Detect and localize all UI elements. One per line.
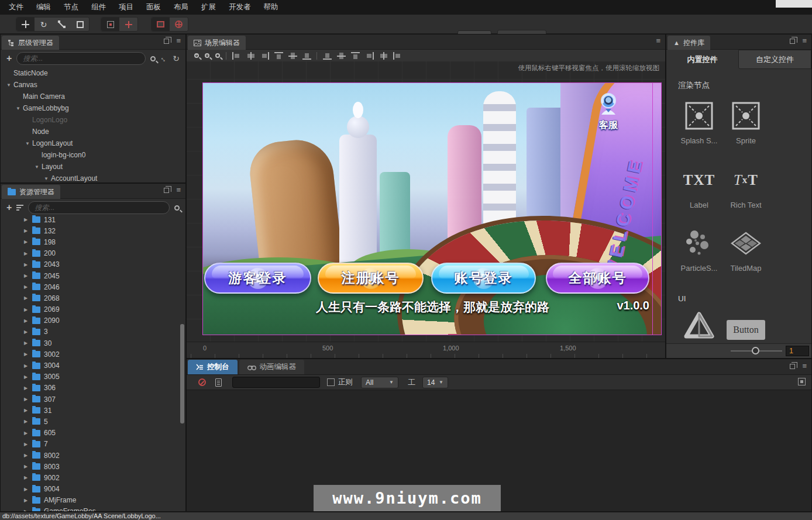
collapse-arrow-icon[interactable]: ▶ — [24, 307, 32, 312]
scene-tab[interactable]: 场景编辑器 — [188, 36, 246, 50]
collapse-arrow-icon[interactable]: ▶ — [24, 397, 32, 402]
tree-node-accountlayout[interactable]: ▼AccountLayout — [1, 173, 184, 182]
clear-console-icon[interactable] — [198, 378, 206, 386]
collapse-arrow-icon[interactable]: ▶ — [24, 385, 32, 391]
widget-button[interactable]: Button — [724, 314, 768, 346]
expand-arrow-icon[interactable]: ▼ — [32, 164, 42, 170]
all-accounts-button[interactable]: 全部账号 — [546, 263, 649, 294]
widget-zoom-value-input[interactable] — [786, 346, 809, 356]
collapse-arrow-icon[interactable]: ▶ — [24, 217, 32, 222]
expand-arrow-icon[interactable]: ▼ — [42, 176, 51, 181]
expand-arrow-icon[interactable]: ▼ — [13, 106, 23, 111]
collapse-arrow-icon[interactable]: ▶ — [24, 340, 32, 346]
console-filter-input[interactable] — [232, 377, 320, 388]
account-login-button[interactable]: 账号登录 — [431, 263, 536, 294]
collapse-arrow-icon[interactable]: ▶ — [24, 374, 32, 380]
collapse-arrow-icon[interactable]: ▶ — [24, 295, 32, 301]
tree-node-logonlogo[interactable]: LogonLogo — [1, 114, 184, 126]
folder-row[interactable]: ▶7 — [1, 439, 184, 450]
tree-node-staticnode[interactable]: StaticNode — [1, 67, 184, 79]
align-right-icon[interactable] — [260, 52, 269, 60]
game-scene-canvas[interactable]: WELCOME 客服 — [202, 82, 662, 335]
folder-row[interactable]: ▶9004 — [1, 484, 184, 495]
collapse-arrow-icon[interactable]: ▶ — [24, 431, 32, 436]
tree-node-main-camera[interactable]: Main Camera — [1, 91, 184, 102]
hierarchy-search-input[interactable] — [16, 52, 146, 65]
search-icon[interactable] — [174, 205, 180, 211]
folder-row[interactable]: ▶3002 — [1, 349, 184, 360]
folder-row[interactable]: ▶8003 — [1, 461, 184, 472]
assets-scrollbar[interactable] — [180, 324, 184, 423]
pivot-mode-button[interactable] — [101, 18, 119, 31]
add-asset-button[interactable]: + — [6, 202, 12, 213]
zoom-in-icon[interactable]: + — [194, 53, 199, 58]
folder-row[interactable]: ▶2090 — [1, 315, 184, 326]
align-vcenter-icon[interactable] — [246, 52, 255, 60]
slider-knob[interactable] — [752, 347, 759, 354]
tab-console[interactable]: 控制台 — [188, 360, 238, 374]
panel-menu-icon[interactable]: ≡ — [802, 363, 807, 369]
collapse-arrow-icon[interactable]: ▶ — [24, 408, 32, 413]
widget-sprite[interactable]: Sprite — [724, 100, 768, 145]
folder-row[interactable]: ▶605 — [1, 428, 184, 439]
float-panel-icon[interactable] — [164, 188, 169, 193]
guest-login-button[interactable]: 游客登录 — [204, 263, 311, 294]
folder-row[interactable]: ▶131 — [1, 214, 184, 225]
distribute-top-icon[interactable] — [323, 52, 332, 60]
distribute-right-icon[interactable] — [393, 52, 402, 60]
distribute-left-icon[interactable] — [365, 52, 374, 60]
collapse-arrow-icon[interactable]: ▶ — [24, 251, 32, 256]
folder-row[interactable]: ▶306 — [1, 383, 184, 394]
rect-tool-button[interactable] — [71, 18, 89, 31]
sort-icon[interactable] — [16, 205, 23, 211]
collapse-arrow-icon[interactable]: ▶ — [24, 273, 32, 278]
widget-label-node[interactable]: TXT Label — [677, 164, 721, 209]
menu-node[interactable]: 节点 — [57, 0, 85, 15]
folder-row[interactable]: ▶GameFrameRes — [1, 506, 184, 511]
collapse-arrow-icon[interactable]: ▶ — [24, 318, 32, 323]
zoom-reset-icon[interactable] — [215, 53, 220, 58]
panel-menu-icon[interactable]: ≡ — [176, 38, 181, 44]
float-panel-icon[interactable] — [164, 39, 169, 44]
folder-row[interactable]: ▶2045 — [1, 270, 184, 281]
collapse-arrow-icon[interactable]: ▶ — [24, 487, 32, 492]
regex-checkbox[interactable] — [327, 378, 335, 386]
align-bottom-icon[interactable] — [302, 52, 311, 60]
folder-row[interactable]: ▶AMjFrame — [1, 495, 184, 506]
menu-layout[interactable]: 布局 — [167, 0, 195, 15]
refresh-icon[interactable]: ↻ — [173, 54, 180, 63]
folder-row[interactable]: ▶132 — [1, 225, 184, 236]
distribute-bottom-icon[interactable] — [351, 52, 360, 60]
panel-menu-icon[interactable]: ≡ — [802, 38, 807, 44]
menu-extension[interactable]: 扩展 — [195, 0, 222, 15]
collapse-arrow-icon[interactable]: ▶ — [24, 228, 32, 233]
align-top-icon[interactable] — [274, 52, 283, 60]
folder-row[interactable]: ▶200 — [1, 248, 184, 259]
tree-node-logonlayout[interactable]: ▼LogonLayout — [1, 137, 184, 149]
folder-row[interactable]: ▶3004 — [1, 360, 184, 371]
scale-tool-button[interactable] — [53, 18, 71, 31]
assets-tab[interactable]: 资源管理器 — [2, 185, 60, 199]
tree-node-node[interactable]: Node — [1, 126, 184, 137]
folder-row[interactable]: ▶30 — [1, 338, 184, 349]
collapse-arrow-icon[interactable]: ▶ — [24, 475, 32, 480]
menu-panel[interactable]: 面板 — [140, 0, 167, 15]
folder-row[interactable]: ▶2069 — [1, 304, 184, 315]
tree-node-canvas[interactable]: ▼Canvas — [1, 79, 184, 91]
expand-arrow-icon[interactable]: ▼ — [4, 82, 13, 88]
widget-rich-text[interactable]: TxT Rich Text — [724, 164, 768, 209]
rotate-tool-button[interactable]: ↻ — [35, 18, 53, 31]
folder-row[interactable]: ▶198 — [1, 236, 184, 247]
folder-row[interactable]: ▶9002 — [1, 472, 184, 483]
expand-arrow-icon[interactable]: ▼ — [23, 141, 32, 146]
log-level-dropdown[interactable]: All ▼ — [361, 377, 398, 388]
collapse-arrow-icon[interactable]: ▶ — [24, 284, 32, 290]
search-icon[interactable] — [150, 56, 156, 61]
collapse-arrow-icon[interactable]: ▶ — [24, 509, 32, 511]
expand-all-icon[interactable]: ↔ — [159, 53, 170, 64]
local-coords-button[interactable] — [152, 18, 170, 31]
font-size-dropdown[interactable]: 14 ▼ — [422, 377, 448, 388]
menu-component[interactable]: 组件 — [85, 0, 112, 15]
tab-animation-editor[interactable]: 动画编辑器 — [239, 360, 305, 374]
menu-developer[interactable]: 开发者 — [222, 0, 257, 15]
